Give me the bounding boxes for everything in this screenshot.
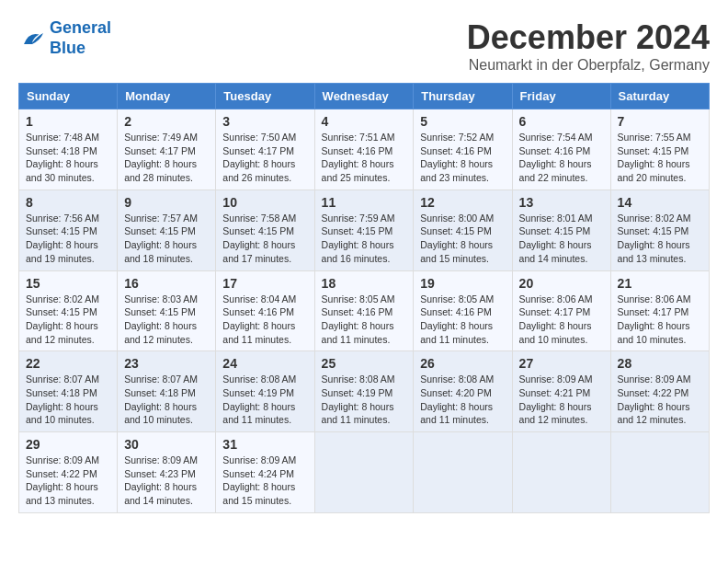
calendar-cell: 18Sunrise: 8:05 AMSunset: 4:16 PMDayligh… [314,270,414,351]
calendar-cell: 26Sunrise: 8:08 AMSunset: 4:20 PMDayligh… [414,351,512,432]
title-block: December 2024 Neumarkt in der Oberpfalz,… [467,18,710,74]
weekday-header-saturday: Saturday [610,84,709,109]
logo: General Blue [18,18,111,58]
day-info: Sunrise: 7:50 AMSunset: 4:17 PMDaylight:… [222,131,307,185]
day-info: Sunrise: 8:02 AMSunset: 4:15 PMDaylight:… [26,293,110,347]
weekday-header-wednesday: Wednesday [314,84,414,109]
day-number: 20 [519,276,604,291]
day-number: 9 [124,195,209,210]
day-number: 8 [26,195,110,210]
calendar-cell: 11Sunrise: 7:59 AMSunset: 4:15 PMDayligh… [314,190,414,270]
day-number: 12 [420,195,505,210]
calendar-cell: 31Sunrise: 8:09 AMSunset: 4:24 PMDayligh… [216,432,314,513]
day-number: 16 [124,276,209,291]
calendar-week-row: 8Sunrise: 7:56 AMSunset: 4:15 PMDaylight… [19,190,710,270]
day-info: Sunrise: 7:57 AMSunset: 4:15 PMDaylight:… [124,212,209,266]
calendar-cell [512,432,610,513]
calendar-cell: 6Sunrise: 7:54 AMSunset: 4:16 PMDaylight… [512,109,610,190]
calendar-week-row: 1Sunrise: 7:48 AMSunset: 4:18 PMDaylight… [19,109,710,190]
calendar-cell: 10Sunrise: 7:58 AMSunset: 4:15 PMDayligh… [216,190,314,270]
calendar-cell [314,432,414,513]
day-number: 31 [222,437,307,452]
calendar-cell: 8Sunrise: 7:56 AMSunset: 4:15 PMDaylight… [19,190,118,270]
calendar-cell: 7Sunrise: 7:55 AMSunset: 4:15 PMDaylight… [610,109,709,190]
day-number: 1 [26,114,110,129]
day-info: Sunrise: 8:01 AMSunset: 4:15 PMDaylight:… [519,212,604,266]
day-info: Sunrise: 8:08 AMSunset: 4:19 PMDaylight:… [322,373,407,427]
day-info: Sunrise: 8:06 AMSunset: 4:17 PMDaylight:… [519,293,604,347]
calendar-week-row: 29Sunrise: 8:09 AMSunset: 4:22 PMDayligh… [19,432,710,513]
day-number: 13 [519,195,604,210]
day-number: 17 [222,276,307,291]
calendar-cell: 28Sunrise: 8:09 AMSunset: 4:22 PMDayligh… [610,351,709,432]
day-number: 14 [618,195,702,210]
day-number: 4 [322,114,407,129]
day-info: Sunrise: 8:08 AMSunset: 4:20 PMDaylight:… [420,373,505,427]
calendar-cell: 16Sunrise: 8:03 AMSunset: 4:15 PMDayligh… [118,270,216,351]
day-info: Sunrise: 8:09 AMSunset: 4:23 PMDaylight:… [124,454,209,508]
day-number: 24 [222,356,307,371]
day-info: Sunrise: 8:06 AMSunset: 4:17 PMDaylight:… [618,293,702,347]
calendar-week-row: 15Sunrise: 8:02 AMSunset: 4:15 PMDayligh… [19,270,710,351]
day-info: Sunrise: 8:07 AMSunset: 4:18 PMDaylight:… [124,373,209,427]
day-info: Sunrise: 7:52 AMSunset: 4:16 PMDaylight:… [420,131,505,185]
calendar-cell: 23Sunrise: 8:07 AMSunset: 4:18 PMDayligh… [118,351,216,432]
calendar-cell: 13Sunrise: 8:01 AMSunset: 4:15 PMDayligh… [512,190,610,270]
day-info: Sunrise: 7:59 AMSunset: 4:15 PMDaylight:… [322,212,407,266]
page-title: December 2024 [467,18,710,57]
day-number: 26 [420,356,505,371]
weekday-header-monday: Monday [118,84,216,109]
day-info: Sunrise: 7:49 AMSunset: 4:17 PMDaylight:… [124,131,209,185]
day-number: 21 [618,276,702,291]
calendar-cell: 25Sunrise: 8:08 AMSunset: 4:19 PMDayligh… [314,351,414,432]
day-info: Sunrise: 8:05 AMSunset: 4:16 PMDaylight:… [322,293,407,347]
calendar-cell: 12Sunrise: 8:00 AMSunset: 4:15 PMDayligh… [414,190,512,270]
day-number: 11 [322,195,407,210]
day-number: 10 [222,195,307,210]
calendar-cell: 14Sunrise: 8:02 AMSunset: 4:15 PMDayligh… [610,190,709,270]
calendar-cell: 5Sunrise: 7:52 AMSunset: 4:16 PMDaylight… [414,109,512,190]
day-info: Sunrise: 8:05 AMSunset: 4:16 PMDaylight:… [420,293,505,347]
calendar-cell: 2Sunrise: 7:49 AMSunset: 4:17 PMDaylight… [118,109,216,190]
day-info: Sunrise: 8:08 AMSunset: 4:19 PMDaylight:… [222,373,307,427]
calendar-cell: 3Sunrise: 7:50 AMSunset: 4:17 PMDaylight… [216,109,314,190]
calendar-cell: 20Sunrise: 8:06 AMSunset: 4:17 PMDayligh… [512,270,610,351]
day-number: 30 [124,437,209,452]
day-number: 28 [618,356,702,371]
calendar-cell: 24Sunrise: 8:08 AMSunset: 4:19 PMDayligh… [216,351,314,432]
day-info: Sunrise: 7:58 AMSunset: 4:15 PMDaylight:… [222,212,307,266]
day-info: Sunrise: 8:07 AMSunset: 4:18 PMDaylight:… [26,373,110,427]
calendar-cell: 21Sunrise: 8:06 AMSunset: 4:17 PMDayligh… [610,270,709,351]
day-number: 29 [26,437,110,452]
calendar-cell: 1Sunrise: 7:48 AMSunset: 4:18 PMDaylight… [19,109,118,190]
day-number: 6 [519,114,604,129]
day-number: 23 [124,356,209,371]
day-number: 7 [618,114,702,129]
page-header: General Blue December 2024 Neumarkt in d… [18,18,710,74]
calendar-cell: 9Sunrise: 7:57 AMSunset: 4:15 PMDaylight… [118,190,216,270]
day-info: Sunrise: 7:55 AMSunset: 4:15 PMDaylight:… [618,131,702,185]
calendar-cell: 29Sunrise: 8:09 AMSunset: 4:22 PMDayligh… [19,432,118,513]
day-number: 2 [124,114,209,129]
day-info: Sunrise: 7:56 AMSunset: 4:15 PMDaylight:… [26,212,110,266]
day-info: Sunrise: 8:00 AMSunset: 4:15 PMDaylight:… [420,212,505,266]
day-number: 3 [222,114,307,129]
day-info: Sunrise: 7:48 AMSunset: 4:18 PMDaylight:… [26,131,110,185]
page-subtitle: Neumarkt in der Oberpfalz, Germany [467,57,710,74]
day-info: Sunrise: 8:04 AMSunset: 4:16 PMDaylight:… [222,293,307,347]
calendar-week-row: 22Sunrise: 8:07 AMSunset: 4:18 PMDayligh… [19,351,710,432]
weekday-header-tuesday: Tuesday [216,84,314,109]
weekday-header-sunday: Sunday [19,84,118,109]
calendar-table: SundayMondayTuesdayWednesdayThursdayFrid… [18,83,710,513]
logo-text: General Blue [50,18,111,58]
day-info: Sunrise: 8:09 AMSunset: 4:21 PMDaylight:… [519,373,604,427]
day-number: 15 [26,276,110,291]
calendar-cell: 22Sunrise: 8:07 AMSunset: 4:18 PMDayligh… [19,351,118,432]
day-info: Sunrise: 8:09 AMSunset: 4:22 PMDaylight:… [26,454,110,508]
weekday-header-row: SundayMondayTuesdayWednesdayThursdayFrid… [19,84,710,109]
day-number: 27 [519,356,604,371]
logo-icon [18,25,46,52]
calendar-cell [414,432,512,513]
day-info: Sunrise: 7:54 AMSunset: 4:16 PMDaylight:… [519,131,604,185]
calendar-cell [610,432,709,513]
